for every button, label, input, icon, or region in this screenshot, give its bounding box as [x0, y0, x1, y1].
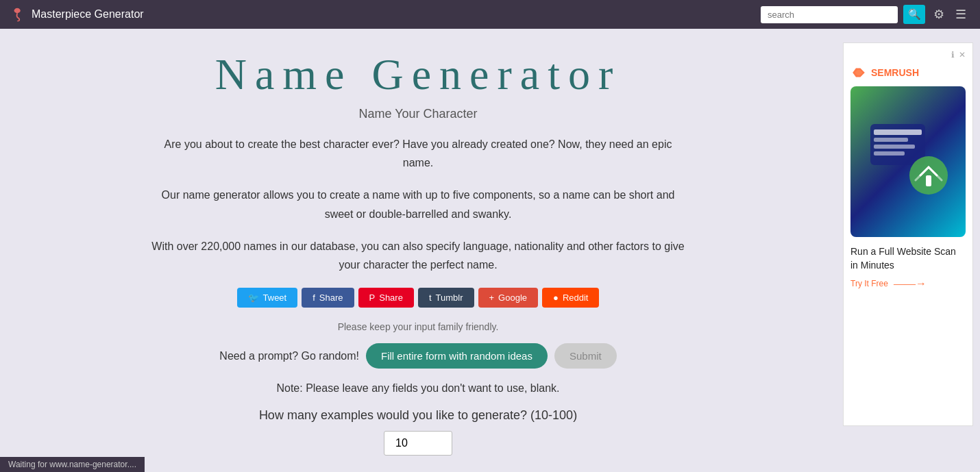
status-bar: Waiting for www.name-generator....: [0, 457, 145, 472]
examples-question: How many examples would you like to gene…: [27, 408, 809, 423]
navbar: Masterpiece Generator 🔍 ⚙ ☰: [0, 0, 980, 29]
ad-cta-row: Try It Free ——→: [850, 277, 966, 290]
ad-image: [850, 86, 966, 237]
page-subtitle: Name Your Character: [27, 107, 809, 121]
sliders-icon: ⚙: [933, 8, 944, 21]
pinterest-share-button[interactable]: P Share: [358, 288, 414, 308]
prompt-text: Need a prompt? Go random!: [219, 350, 359, 362]
svg-rect-4: [874, 145, 915, 149]
desc-2: Our name generator allows you to create …: [151, 186, 685, 223]
semrush-brand-name: SEMRUSH: [871, 67, 919, 78]
reddit-share-button[interactable]: ● Reddit: [542, 288, 599, 308]
search-icon: 🔍: [908, 8, 921, 21]
page-title: Name Generator: [27, 49, 809, 100]
random-row: Need a prompt? Go random! Fill entire fo…: [27, 343, 809, 369]
svg-rect-5: [874, 151, 905, 156]
status-text: Waiting for www.name-generator....: [8, 460, 136, 469]
main-content: Name Generator Name Your Character Are y…: [0, 29, 836, 472]
ad-visual-svg: [863, 117, 953, 206]
google-share-button[interactable]: + Google: [478, 288, 539, 308]
ad-brand: SEMRUSH: [850, 66, 966, 79]
navbar-right: 🔍 ⚙ ☰: [761, 5, 969, 24]
reddit-icon: ●: [553, 293, 559, 303]
sidebar: ℹ ✕ SEMRUSH: [836, 29, 973, 472]
pinterest-label: Share: [379, 293, 403, 303]
ad-topbar: ℹ ✕: [850, 50, 966, 60]
examples-input[interactable]: [384, 431, 452, 456]
tweet-button[interactable]: 🐦 Tweet: [237, 288, 298, 308]
settings-icon-button[interactable]: ⚙: [931, 7, 947, 22]
ad-panel: ℹ ✕ SEMRUSH: [843, 42, 973, 426]
ad-cta-text[interactable]: Try It Free: [850, 279, 888, 288]
reddit-label: Reddit: [563, 293, 589, 303]
search-button[interactable]: 🔍: [903, 5, 925, 24]
svg-point-0: [14, 8, 21, 13]
social-buttons: 🐦 Tweet f Share P Share t Tumblr + Googl…: [27, 288, 809, 308]
fill-random-button[interactable]: Fill entire form with random ideas: [366, 343, 548, 369]
twitter-icon: 🐦: [248, 293, 259, 303]
brand-logo[interactable]: Masterpiece Generator: [11, 7, 144, 22]
svg-rect-3: [874, 138, 908, 142]
facebook-share-button[interactable]: f Share: [302, 288, 354, 308]
ad-headline: Run a Full Website Scan in Minutes: [850, 245, 966, 272]
ad-close-icon[interactable]: ✕: [959, 50, 966, 60]
ad-info-icon[interactable]: ℹ: [951, 50, 955, 60]
semrush-logo-icon: [850, 66, 867, 79]
pinterest-icon: P: [369, 293, 376, 303]
tweet-label: Tweet: [263, 293, 287, 303]
blank-fields-note: Note: Please leave any fields you don't …: [27, 382, 809, 395]
tumblr-share-button[interactable]: t Tumblr: [418, 288, 474, 308]
page-wrapper: Name Generator Name Your Character Are y…: [0, 29, 980, 472]
search-input[interactable]: [761, 6, 898, 23]
tumblr-label: Tumblr: [436, 293, 463, 303]
flamingo-icon: [11, 7, 26, 22]
desc-3: With over 220,000 names in our database,…: [151, 237, 685, 274]
svg-rect-7: [926, 175, 931, 186]
tumblr-icon: t: [429, 293, 432, 303]
svg-rect-2: [874, 129, 922, 135]
brand-name: Masterpiece Generator: [32, 8, 144, 21]
family-friendly-note: Please keep your input family friendly.: [27, 321, 809, 332]
google-icon: +: [489, 293, 495, 303]
ad-arrow-icon: ——→: [894, 277, 927, 290]
facebook-icon: f: [313, 293, 315, 303]
hamburger-icon: ☰: [955, 8, 966, 21]
submit-button[interactable]: Submit: [554, 343, 617, 369]
desc-1: Are you about to create the best charact…: [151, 135, 685, 172]
facebook-label: Share: [319, 293, 343, 303]
google-label: Google: [498, 293, 527, 303]
menu-icon-button[interactable]: ☰: [953, 7, 969, 22]
